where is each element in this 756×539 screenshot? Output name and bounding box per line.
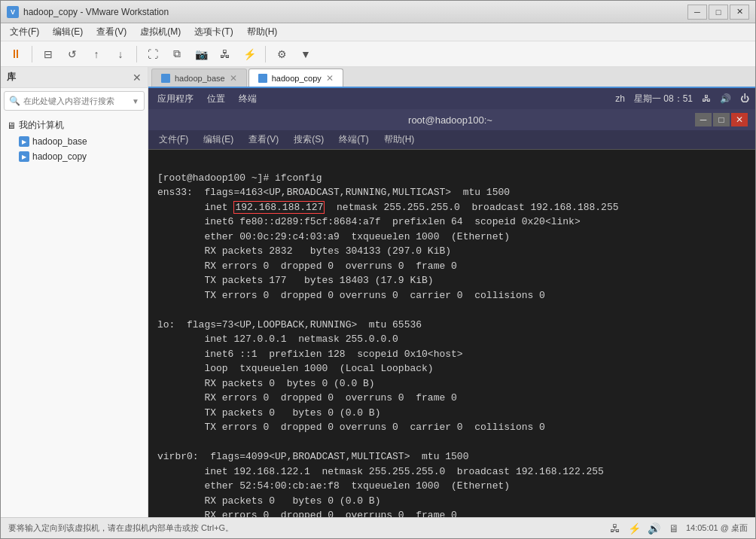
toolbar-network[interactable]: 🖧: [215, 44, 236, 64]
terminal-maximize-btn[interactable]: □: [713, 113, 730, 126]
terminal-title: root@hadoop100:~: [206, 114, 695, 126]
tab-hadoop-base[interactable]: hadoop_base ✕: [151, 69, 247, 87]
window-title: hadoop_copy - VMware Workstation: [23, 7, 687, 17]
status-sound-icon[interactable]: 🔊: [647, 521, 662, 536]
terminal-menu-edit[interactable]: 编辑(E): [197, 132, 239, 148]
menu-file[interactable]: 文件(F): [4, 24, 45, 40]
tab-label-base: hadoop_base: [175, 74, 225, 83]
toolbar: ⏸ ⊟ ↺ ↑ ↓ ⛶ ⧉ 📷 🖧 ⚡ ⚙ ▼: [1, 41, 755, 67]
toolbar-btn-4[interactable]: ↓: [110, 44, 131, 64]
toolbar-btn-1[interactable]: ⊟: [38, 44, 59, 64]
ip-highlight-box: 192.168.188.127: [233, 201, 325, 214]
sidebar-close-button[interactable]: ✕: [133, 72, 142, 84]
menu-vm[interactable]: 虚拟机(M): [134, 24, 187, 40]
toolbar-fullscreen[interactable]: ⛶: [142, 44, 163, 64]
maximize-button[interactable]: □: [709, 5, 728, 20]
window-controls: ─ □ ✕: [687, 5, 749, 20]
status-display-icon[interactable]: 🖥: [666, 521, 681, 536]
tree-root-label: 我的计算机: [19, 119, 64, 132]
menu-help[interactable]: 帮助(H): [241, 24, 284, 40]
status-bar: 要将输入定向到该虚拟机，请在虚拟机内部单击或按 Ctrl+G。 🖧 ⚡ 🔊 🖥 …: [1, 517, 755, 538]
minimize-button[interactable]: ─: [687, 5, 707, 20]
terminal-line-2: ens33: flags=4163<UP,BROADCAST,RUNNING,M…: [157, 187, 510, 198]
status-network-icon[interactable]: 🖧: [608, 521, 623, 536]
tab-close-base[interactable]: ✕: [230, 73, 237, 84]
tab-icon-base: [161, 74, 170, 83]
status-usb-icon[interactable]: ⚡: [627, 521, 642, 536]
sidebar-title: 库: [7, 71, 16, 84]
vm-area: hadoop_base ✕ hadoop_copy ✕ 应用程序 位置 终端 z…: [148, 67, 755, 517]
terminal-line-12: inet 127.0.0.1 netmask 255.0.0.0: [157, 333, 398, 345]
close-button[interactable]: ✕: [730, 5, 749, 20]
toolbar-sep-1: [32, 46, 32, 62]
pause-button[interactable]: ⏸: [5, 44, 26, 64]
toolbar-clone[interactable]: ⧉: [166, 44, 187, 64]
terminal-menu-search[interactable]: 搜索(S): [288, 132, 330, 148]
terminal-menu-help[interactable]: 帮助(H): [378, 132, 421, 148]
terminal-line-16: RX errors 0 dropped 0 overruns 0 frame 0: [157, 392, 457, 403]
menu-view[interactable]: 查看(V): [90, 24, 133, 40]
vm-network-icon[interactable]: 🖧: [702, 93, 711, 104]
menu-edit[interactable]: 编辑(E): [47, 24, 89, 40]
toolbar-more[interactable]: ▼: [295, 44, 316, 64]
vm-top-bar: 应用程序 位置 终端 zh 星期一 08：51 🖧 🔊 ⏻: [148, 88, 755, 109]
sidebar-item-hadoop-base[interactable]: ▶ hadoop_base: [1, 134, 148, 149]
vm-datetime: 星期一 08：51: [634, 93, 693, 105]
computer-icon: 🖥: [7, 120, 16, 131]
vm-menu-terminal[interactable]: 终端: [236, 91, 260, 107]
status-icons: 🖧 ⚡ 🔊 🖥 14:05:01 @ 桌面: [608, 521, 748, 536]
toolbar-usb[interactable]: ⚡: [239, 44, 260, 64]
search-input[interactable]: [23, 96, 129, 105]
terminal-line-1: [root@hadoop100 ~]# ifconfig: [157, 172, 322, 184]
tab-icon-copy: [258, 74, 267, 83]
terminal-line-23: RX packets 0 bytes 0 (0.0 B): [157, 495, 380, 507]
terminal-line-22: ether 52:54:00:cb:ae:f8 txqueuelen 1000 …: [157, 480, 510, 492]
terminal-line-6: RX packets 2832 bytes 304133 (297.0 KiB): [157, 245, 451, 257]
terminal-line-13: inet6 ::1 prefixlen 128 scopeid 0x10<hos…: [157, 349, 463, 360]
menu-bar: 文件(F) 编辑(E) 查看(V) 虚拟机(M) 选项卡(T) 帮助(H): [1, 23, 755, 41]
terminal-minimize-btn[interactable]: ─: [695, 113, 712, 126]
terminal-menu-view[interactable]: 查看(V): [242, 132, 285, 148]
toolbar-settings[interactable]: ⚙: [271, 44, 292, 64]
terminal-menu-file[interactable]: 文件(F): [153, 132, 194, 148]
tab-hadoop-copy[interactable]: hadoop_copy ✕: [248, 69, 343, 87]
sidebar-header: 库 ✕: [1, 67, 148, 88]
sidebar-item-hadoop-copy[interactable]: ▶ hadoop_copy: [1, 149, 148, 164]
toolbar-sep-2: [136, 46, 137, 62]
menu-tab[interactable]: 选项卡(T): [188, 24, 239, 40]
terminal-line-21: inet 192.168.122.1 netmask 255.255.255.0…: [157, 466, 604, 477]
terminal-menu-terminal[interactable]: 终端(T): [333, 132, 374, 148]
toolbar-snapshot[interactable]: 📷: [191, 44, 212, 64]
tree-item-label-copy: hadoop_copy: [32, 151, 87, 162]
vm-lang: zh: [615, 93, 625, 104]
terminal-line-18: TX errors 0 dropped 0 overruns 0 carrier…: [157, 422, 545, 433]
sidebar-item-my-computer[interactable]: 🖥 我的计算机: [1, 117, 148, 134]
terminal-line-8: TX packets 177 bytes 18403 (17.9 KiB): [157, 275, 434, 286]
vm-menu-location[interactable]: 位置: [204, 91, 228, 107]
toolbar-sep-3: [265, 46, 266, 62]
terminal-line-24: RX errors 0 dropped 0 overruns 0 frame 0: [157, 510, 457, 517]
terminal-line-11: lo: flags=73<UP,LOOPBACK,RUNNING> mtu 65…: [157, 319, 422, 330]
vm-menu-apps[interactable]: 应用程序: [154, 91, 197, 107]
terminal-line-3: inet 192.168.188.127 netmask 255.255.255…: [157, 201, 619, 214]
terminal-win-controls: ─ □ ✕: [695, 113, 748, 126]
terminal-title-bar: root@hadoop100:~ ─ □ ✕: [148, 109, 755, 130]
tab-close-copy[interactable]: ✕: [326, 73, 334, 84]
vm-volume-icon[interactable]: 🔊: [720, 93, 731, 104]
status-text: 要将输入定向到该虚拟机，请在虚拟机内部单击或按 Ctrl+G。: [8, 522, 233, 534]
tab-label-copy: hadoop_copy: [272, 74, 322, 83]
toolbar-btn-2[interactable]: ↺: [62, 44, 83, 64]
vm-power-icon[interactable]: ⏻: [740, 93, 749, 104]
terminal-line-7: RX errors 0 dropped 0 overruns 0 frame 0: [157, 260, 457, 272]
terminal-line-9: TX errors 0 dropped 0 overruns 0 carrier…: [157, 290, 545, 301]
toolbar-btn-3[interactable]: ↑: [86, 44, 107, 64]
terminal-line-14: loop txqueuelen 1000 (Local Loopback): [157, 363, 434, 374]
terminal-content[interactable]: [root@hadoop100 ~]# ifconfig ens33: flag…: [148, 150, 755, 517]
terminal-close-btn[interactable]: ✕: [731, 113, 748, 126]
status-time: 14:05:01 @ 桌面: [686, 522, 748, 534]
tree-item-label-base: hadoop_base: [32, 136, 87, 147]
vmware-window: V hadoop_copy - VMware Workstation ─ □ ✕…: [0, 0, 756, 539]
search-dropdown-icon[interactable]: ▼: [132, 97, 139, 105]
search-bar[interactable]: 🔍 ▼: [4, 91, 145, 111]
terminal-line-17: TX packets 0 bytes 0 (0.0 B): [157, 407, 380, 419]
